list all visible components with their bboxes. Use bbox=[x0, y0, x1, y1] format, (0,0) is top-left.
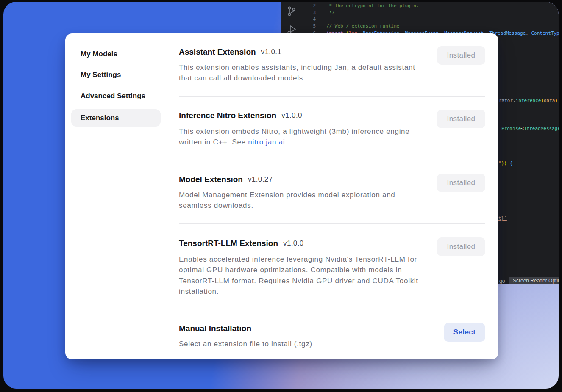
code-fragment: ")) { bbox=[498, 160, 512, 166]
code-fragment: rator.inference(data)); bbox=[499, 98, 559, 103]
installed-button[interactable]: Installed bbox=[437, 46, 485, 65]
code-line: */ bbox=[326, 10, 335, 15]
sidebar-divider bbox=[165, 33, 165, 359]
code-fragment: Promise<ThreadMessage> bbox=[501, 126, 559, 131]
line-number: 2 bbox=[281, 3, 316, 8]
extension-name: Inference Nitro Extension bbox=[179, 111, 276, 120]
extension-description: Model Management Extension provides mode… bbox=[179, 190, 395, 211]
code-line: // Web / extension runtime bbox=[326, 23, 399, 29]
extension-name: Assistant Extension bbox=[179, 47, 256, 57]
extension-version: v1.0.0 bbox=[283, 239, 304, 248]
desktop-hero: 23456 * The entrypoint for the plugin. *… bbox=[3, 2, 559, 389]
code-line: * The entrypoint for the plugin. bbox=[326, 3, 419, 8]
extension-title: Manual Installation bbox=[179, 323, 251, 334]
line-number: 4 bbox=[281, 17, 316, 22]
extension-title: Assistant Extensionv1.0.1 bbox=[179, 46, 281, 58]
extension-version: v1.0.0 bbox=[281, 111, 302, 120]
extension-version: v1.0.27 bbox=[248, 175, 273, 184]
sidebar-item-my-models[interactable]: My Models bbox=[81, 50, 117, 60]
status-bar-item[interactable]: go bbox=[499, 278, 505, 284]
sidebar-item-my-settings[interactable]: My Settings bbox=[81, 71, 121, 81]
line-number: 5 bbox=[281, 23, 316, 29]
row-divider bbox=[179, 309, 485, 309]
row-divider bbox=[179, 223, 485, 224]
extension-title: Model Extensionv1.0.27 bbox=[179, 174, 273, 185]
extensions-list: Assistant Extensionv1.0.1This extension … bbox=[179, 33, 485, 359]
line-number: 3 bbox=[281, 10, 316, 15]
extension-description: This extension embeds Nitro, a lightweig… bbox=[179, 126, 409, 148]
row-divider bbox=[179, 96, 485, 97]
extension-name: TensortRT-LLM Extension bbox=[179, 239, 278, 248]
extension-version: v1.0.1 bbox=[261, 48, 282, 56]
settings-modal: My ModelsMy SettingsAdvanced SettingsExt… bbox=[65, 33, 498, 359]
installed-button[interactable]: Installed bbox=[437, 110, 485, 128]
installed-button[interactable]: Installed bbox=[437, 174, 485, 192]
code-fragment: t}` bbox=[498, 215, 507, 221]
extension-description: Enables accelerated inference leveraging… bbox=[179, 254, 418, 297]
sidebar-item-extensions[interactable]: Extensions bbox=[71, 109, 161, 127]
screen-reader-status[interactable]: Screen Reader Optimize bbox=[509, 277, 559, 284]
sidebar-item-advanced-settings[interactable]: Advanced Settings bbox=[81, 92, 145, 102]
extension-name: Model Extension bbox=[179, 175, 243, 184]
extension-name: Manual Installation bbox=[179, 324, 251, 333]
installed-button[interactable]: Installed bbox=[437, 237, 485, 256]
extension-title: TensortRT-LLM Extensionv1.0.0 bbox=[179, 237, 304, 249]
row-divider bbox=[179, 160, 485, 160]
nitro-link[interactable]: nitro.jan.ai. bbox=[248, 138, 287, 146]
select-button[interactable]: Select bbox=[444, 323, 485, 342]
extension-description: Select an extension file to install (.tg… bbox=[179, 339, 312, 349]
extension-title: Inference Nitro Extensionv1.0.0 bbox=[179, 110, 302, 121]
extension-description: This extension enables assistants, inclu… bbox=[179, 62, 415, 84]
